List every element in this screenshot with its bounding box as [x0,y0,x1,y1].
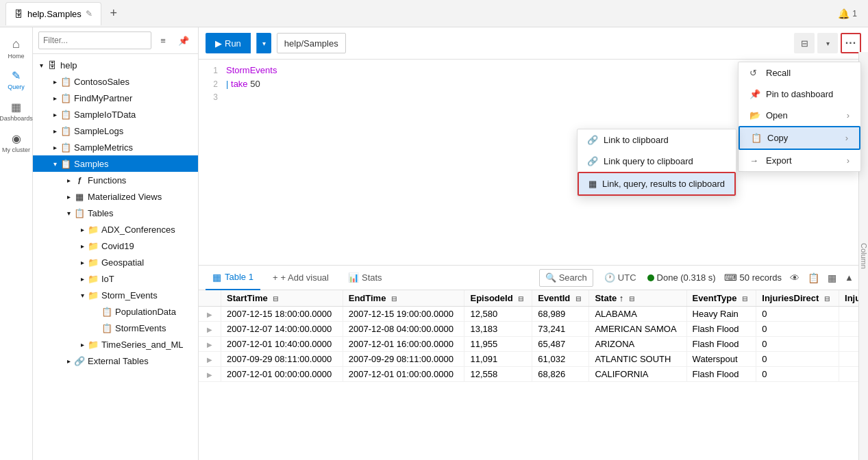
code-content-2: | take 50 [226,79,260,89]
tree-item-stormevents[interactable]: ▸ 📋 StormEvents [33,320,198,336]
chevron-down-icon: ▾ [262,40,266,47]
status-label: Done (0.318 s) [657,272,716,283]
sidebar-item-query[interactable]: ✎ Query [1,64,32,94]
folder-icon: 📁 [88,257,99,268]
col-starttime[interactable]: StartTime ⊟ [221,290,343,307]
tree-item-geospatial[interactable]: ▸ 📁 Geospatial [33,254,198,270]
sidebar-item-mycluster[interactable]: ◉ My cluster [1,127,32,157]
tree-item-samples[interactable]: ▾ 📋 Samples [33,155,198,172]
dropdown-item-pin[interactable]: 📌 Pin to dashboard [739,84,860,105]
dropdown-item-open[interactable]: 📂 Open › [739,105,860,126]
cell-eventid: 68,826 [532,367,589,382]
utc-button[interactable]: 🕐 UTC [602,272,639,283]
tree-item-functions[interactable]: ▸ ƒ Functions [33,172,198,188]
tree-item-materialized-views[interactable]: ▸ ▦ Materialized Views [33,188,198,205]
tree-item-covid19[interactable]: ▸ 📁 Covid19 [33,238,198,254]
tree-item-samplelogs[interactable]: ▸ 📋 SampleLogs [33,123,198,139]
stats-label: Stats [362,272,382,283]
results-tab-table1[interactable]: ▦ Table 1 [206,266,260,290]
tree-item-tables[interactable]: ▾ 📋 Tables [33,205,198,221]
tree-item-iot[interactable]: ▸ 📁 IoT [33,270,198,287]
dropdown-item-recall[interactable]: ↺ Recall [739,62,860,84]
col-state[interactable]: State ↑ ⊟ [589,290,686,307]
cell-episodeid: 11,955 [464,337,532,352]
col-episodeid[interactable]: EpisodeId ⊟ [464,290,532,307]
tree-item-contososales[interactable]: ▸ 📋 ContosoSales [33,73,198,90]
cell-injuriesdirect: 0 [756,352,839,367]
run-label: Run [225,38,241,49]
filter-dropdown-button[interactable]: ▾ [817,33,838,53]
tree-item-populationdata[interactable]: ▸ 📋 PopulationData [33,303,198,320]
link-query-to-clipboard-label: Link query to clipboard [604,156,693,166]
stats-icon: 📊 [348,272,359,283]
sidebar-item-home[interactable]: ⌂ Home [1,33,32,63]
tab-help-samples[interactable]: 🗄 help.Samples ✎ [5,2,101,25]
tab-edit-icon[interactable]: ✎ [86,9,92,18]
run-dropdown-button[interactable]: ▾ [256,33,271,53]
link-query-icon: 🔗 [587,156,598,166]
copy-submenu-link-query-results[interactable]: ▦ Link, query, results to clipboard [578,172,736,196]
cell-episodeid: 12,558 [464,367,532,382]
records-info: ⌨ 50 records [724,272,782,283]
tree-item-sampleiotdata[interactable]: ▸ 📋 SampleIoTData [33,106,198,123]
cell-endtime: 2007-12-01 01:00:00.0000 [343,367,464,382]
table-row: ▶ 2007-12-01 00:00:00.0000 2007-12-01 01… [199,367,868,382]
more-options-button[interactable]: ··· [841,33,861,53]
copy-icon[interactable]: 📋 [808,272,819,283]
copy-submenu-link-query-to-clipboard[interactable]: 🔗 Link query to clipboard [578,151,736,172]
notifications-icon[interactable]: 🔔 [838,8,850,19]
col-endtime[interactable]: EndTime ⊟ [343,290,464,307]
add-tab-button[interactable]: + [104,4,123,23]
row-expand-icon[interactable]: ▶ [204,326,215,333]
tree-item-help[interactable]: ▾ 🗄 help [33,57,198,73]
dropdown-item-recall-label: Recall [766,68,791,78]
tree-item-storm-events[interactable]: ▾ 📁 Storm_Events [33,287,198,303]
search-button[interactable]: 🔍 Search [539,269,593,287]
filter-settings-button[interactable]: ≡ [154,31,172,49]
open-icon: 📂 [749,110,760,120]
row-expand-icon[interactable]: ▶ [204,371,215,379]
row-expand-icon[interactable]: ▶ [204,356,215,363]
run-icon: ▶ [215,38,222,49]
more-dots-icon: ··· [845,37,856,49]
link-to-clipboard-label: Link to clipboard [604,135,669,145]
row-expand-icon[interactable]: ▶ [204,341,215,348]
copy-submenu-link-to-clipboard[interactable]: 🔗 Link to clipboard [578,129,736,151]
row-expand-icon[interactable]: ▶ [204,311,215,318]
table-icon: 📋 [60,126,71,136]
stats-button[interactable]: 📊 Stats [341,268,389,288]
add-visual-button[interactable]: + + Add visual [266,268,336,288]
col-eventid[interactable]: EventId ⊟ [532,290,589,307]
tree-item-external-tables[interactable]: ▸ 🔗 External Tables [33,353,198,369]
filter-view-button[interactable]: ⊟ [794,33,815,53]
col-eventtype[interactable]: EventType ⊟ [686,290,756,307]
dropdown-item-export[interactable]: → Export › [739,150,860,171]
dashboards-label: Dashboards [0,115,33,122]
dropdown-item-pin-label: Pin to dashboard [766,89,833,99]
eye-icon[interactable]: 👁 [790,272,799,283]
cell-starttime: 2007-12-01 00:00:00.0000 [221,367,343,382]
scope-label: help/Samples [277,33,346,53]
dropdown-item-open-label: Open [766,110,788,120]
tree-item-adx-conferences[interactable]: ▸ 📁 ADX_Conferences [33,221,198,238]
add-visual-label: + Add visual [281,272,329,283]
sidebar-item-dashboards[interactable]: ▦ Dashboards [1,96,32,126]
results-panel: ▦ Table 1 + + Add visual 📊 Stats 🔍 Searc… [199,265,868,402]
chevron-right-icon: ▸ [77,242,88,250]
table-row: ▶ 2007-12-15 18:00:00.0000 2007-12-15 19… [199,307,868,322]
dropdown-item-copy[interactable]: 📋 Copy › [739,126,860,150]
col-injuriesdirect[interactable]: InjuriesDirect ⊟ [756,290,839,307]
pin-button[interactable]: 📌 [175,31,193,49]
keyboard-icon: ⌨ [724,272,737,283]
tree-item-samplemetrics[interactable]: ▸ 📋 SampleMetrics [33,139,198,155]
filter-input[interactable] [38,31,151,49]
home-label: Home [8,53,24,60]
chevron-right-icon: ▸ [49,127,60,135]
grid-icon[interactable]: ▦ [828,272,836,283]
run-button[interactable]: ▶ Run [206,33,251,53]
tree-item-timeseries[interactable]: ▸ 📁 TimeSeries_and_ML [33,336,198,353]
table-icon: 📋 [60,93,71,103]
tree-item-findmypartner[interactable]: ▸ 📋 FindMyPartner [33,90,198,106]
filter-icon: ⊟ [801,38,808,49]
records-label: 50 records [740,272,782,283]
